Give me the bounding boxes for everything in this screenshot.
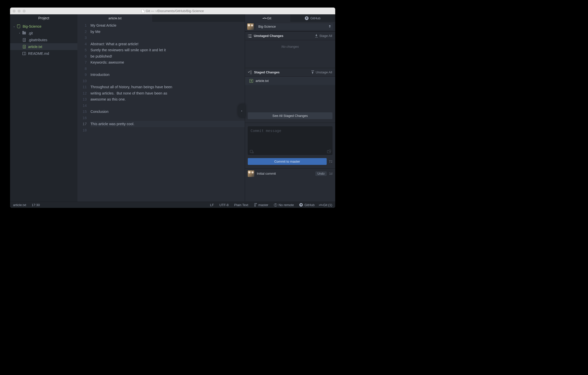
git-commit-icon — [264, 17, 265, 19]
tabbar: article.txt — [77, 14, 245, 22]
tab-github[interactable]: GitHub — [290, 14, 335, 22]
code-lines[interactable]: My Great Article by Me Abstract: What a … — [89, 22, 245, 202]
status-cursor[interactable]: 17:30 — [32, 203, 40, 207]
file-icon — [23, 38, 26, 42]
coauthor-icon[interactable] — [250, 150, 254, 153]
dock-toggle-right[interactable]: › — [238, 104, 245, 117]
tree-item[interactable]: README.md — [10, 50, 77, 57]
status-remote[interactable]: !No remote — [274, 203, 294, 207]
folder-icon — [22, 32, 26, 34]
staged-file-row[interactable]: + article.txt — [245, 77, 335, 85]
staged-header: Staged Changes Unstage All — [245, 68, 335, 77]
editor-tab[interactable]: article.txt — [77, 14, 153, 22]
unstaged-header: Unstaged Changes Stage All — [245, 31, 335, 40]
status-grammar[interactable]: Plain Text — [234, 203, 248, 207]
added-icon: + — [250, 79, 253, 83]
history-row[interactable]: Initial commit Undo 1d — [245, 168, 335, 178]
tree-header: Project — [10, 14, 77, 22]
chevron-right-icon[interactable]: › — [18, 32, 21, 34]
file-icon — [141, 9, 144, 13]
status-eol[interactable]: LF — [210, 203, 214, 207]
git-panel: Git GitHub Big-Science Unstaged Changes … — [245, 14, 335, 202]
tree-item[interactable]: .gitattributes — [10, 36, 77, 43]
app-window: Git — ~/Documents/GitHub/Big-Science Pro… — [10, 8, 335, 208]
undo-button[interactable]: Undo — [315, 171, 327, 176]
tree-item-active[interactable]: article.txt — [10, 43, 77, 50]
status-github[interactable]: GitHub — [299, 203, 314, 207]
tab-git[interactable]: Git — [245, 14, 290, 22]
commit-message-input[interactable]: Commit message — [248, 126, 332, 155]
tree-root[interactable]: ⌄ Big-Science — [10, 23, 77, 30]
titlebar[interactable]: Git — ~/Documents/GitHub/Big-Science — [10, 8, 335, 14]
line-gutter: 123456789101112131415161718 — [77, 22, 89, 202]
tree-item[interactable]: › .git — [10, 30, 77, 36]
status-branch[interactable]: master — [254, 203, 268, 207]
branch-icon — [254, 203, 257, 207]
stage-all-button[interactable]: Stage All — [315, 34, 332, 38]
chevron-right-icon: › — [241, 109, 242, 113]
checklist-icon — [248, 71, 252, 74]
unstage-all-button[interactable]: Unstage All — [311, 70, 332, 74]
status-file[interactable]: article.txt — [13, 203, 26, 207]
expand-icon[interactable] — [327, 150, 330, 153]
see-all-staged-button[interactable]: See All Staged Changes — [248, 112, 332, 119]
warning-icon: ! — [274, 203, 277, 207]
status-encoding[interactable]: UTF-8 — [219, 203, 229, 207]
git-commit-icon — [320, 204, 322, 206]
project-tree: Project ⌄ Big-Science › .git .gitattribu… — [10, 14, 77, 202]
github-icon — [299, 203, 303, 207]
list-icon — [248, 34, 252, 37]
status-bar: article.txt 17:30 LF UTF-8 Plain Text ma… — [10, 202, 335, 208]
status-git[interactable]: Git (1) — [320, 203, 332, 207]
repo-icon — [17, 24, 20, 28]
commit-button[interactable]: Commit to master — [248, 158, 327, 165]
book-icon — [22, 52, 26, 55]
avatar — [248, 170, 254, 177]
code-area[interactable]: 123456789101112131415161718 My Great Art… — [77, 22, 245, 202]
unstaged-empty: No changes — [245, 40, 335, 68]
commit-placeholder: Commit message — [251, 129, 281, 133]
file-icon — [23, 45, 26, 49]
chevron-down-icon[interactable]: ⌄ — [13, 25, 16, 28]
window-title: Git — ~/Documents/GitHub/Big-Science — [10, 9, 335, 13]
commit-age: 1d — [329, 172, 332, 175]
project-selector[interactable]: Big-Science — [256, 23, 333, 30]
char-remaining: 72 — [329, 160, 332, 163]
editor-pane: article.txt 123456789101112131415161718 … — [77, 14, 245, 202]
stage-icon — [315, 34, 318, 37]
avatar — [247, 23, 254, 30]
unstage-icon — [311, 71, 314, 74]
github-icon — [305, 16, 309, 20]
